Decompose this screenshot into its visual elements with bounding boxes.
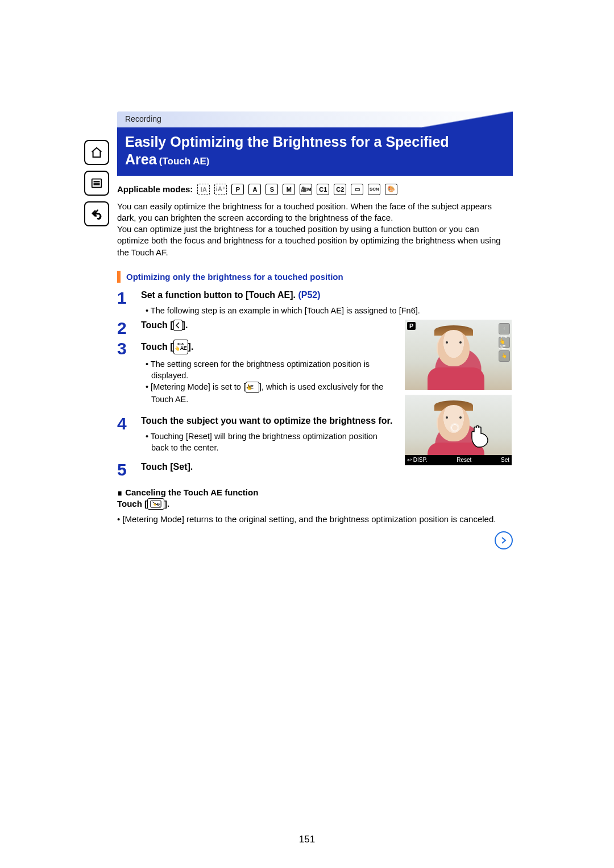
- step-2: 2 Touch [ ].: [117, 320, 396, 337]
- set-soft-button: Set: [501, 457, 512, 463]
- step-4-note: Touching [Reset] will bring the brightne…: [143, 431, 396, 454]
- example-screenshot-1: P ‹ Fn6👆AE 👆: [405, 320, 512, 390]
- steps-list: 1 Set a function button to [Touch AE]. (…: [117, 290, 513, 482]
- touch-tab-icons: ‹ Fn6👆AE 👆: [499, 323, 510, 362]
- mode-icon-panorama: ▭: [351, 184, 363, 195]
- touch-ae-metering-icon: 👆AE: [246, 382, 259, 393]
- subsection-heading: Optimizing only the brightness for a tou…: [117, 271, 513, 283]
- back-icon[interactable]: [84, 201, 109, 226]
- step-1: 1 Set a function button to [Touch AE]. (…: [117, 290, 513, 316]
- mode-icon-m: M: [283, 184, 295, 195]
- touch-target-marker: [451, 424, 458, 431]
- mode-icon-ia: iA: [197, 184, 210, 195]
- reset-soft-button: Reset: [428, 457, 501, 463]
- step-3-note-1: The setting screen for the brightness op…: [143, 358, 396, 382]
- example-screenshot-2: ↩ DISP. Reset Set: [405, 395, 512, 465]
- fn6-touch-ae-icon: Fn6 👆AE: [173, 340, 188, 354]
- fn6-icon: Fn6👆AE: [499, 337, 510, 348]
- touch-shutter-icon: 👆: [499, 350, 510, 362]
- home-icon[interactable]: [84, 140, 109, 165]
- mode-icon-movie-m: 🎥M: [300, 184, 312, 195]
- mode-icon-c2: C2: [334, 184, 346, 195]
- cancel-heading: ∎ Canceling the Touch AE function: [117, 487, 513, 498]
- cancel-note: • [Metering Mode] returns to the origina…: [117, 514, 513, 525]
- step-4: 4 Touch the subject you want to optimize…: [117, 415, 396, 453]
- page-title: Easily Optimizing the Brightness for a S…: [117, 127, 513, 176]
- cancel-section: ∎ Canceling the Touch AE function Touch …: [117, 487, 513, 510]
- step-5: 5 Touch [Set].: [117, 461, 396, 478]
- figure-column: P ‹ Fn6👆AE 👆 ↩ DIS: [405, 320, 513, 482]
- step-3-note-2: [Metering Mode] is set to [👆AE], which i…: [143, 381, 396, 404]
- mode-icon-ia-plus: iA⁺: [214, 184, 227, 195]
- intro-text: You can easily optimize the brightness f…: [117, 201, 513, 258]
- touch-tab-open-icon: [173, 320, 182, 331]
- mode-icon-s: S: [265, 184, 278, 195]
- step-3: 3 Touch [ Fn6 👆AE ]. The setting screen …: [117, 340, 396, 405]
- step-1-note: The following step is an example in whic…: [143, 305, 513, 316]
- applicable-modes-label: Applicable modes:: [117, 184, 193, 194]
- touch-hand-icon: [466, 420, 495, 448]
- touch-ae-off-icon: 👆AE: [147, 498, 164, 510]
- section-label: Recording: [125, 114, 161, 123]
- page-content: Recording Easily Optimizing the Brightne…: [117, 111, 513, 549]
- page-number: 151: [0, 834, 614, 845]
- mode-badge: P: [407, 322, 416, 330]
- mode-icon-creative: 🎨: [385, 184, 397, 195]
- next-page-arrow[interactable]: [117, 531, 513, 549]
- mode-icon-a: A: [248, 184, 261, 195]
- section-tab: Recording: [117, 111, 513, 127]
- applicable-modes-row: Applicable modes: iA iA⁺ P A S M 🎥M C1 C…: [117, 184, 513, 195]
- back-soft-button: ↩ DISP.: [405, 457, 428, 463]
- page-ref-link[interactable]: (P52): [298, 290, 320, 300]
- mode-icon-scn: SCN: [368, 184, 380, 195]
- cancel-instruction: Touch [ 👆AE ].: [117, 499, 513, 510]
- mode-icon-p: P: [231, 184, 244, 195]
- contents-icon[interactable]: [84, 171, 109, 196]
- touch-tab-handle-icon: ‹: [499, 323, 510, 334]
- step-number: 1: [117, 290, 132, 316]
- sidebar-nav: [84, 140, 109, 226]
- mode-icon-c1: C1: [317, 184, 329, 195]
